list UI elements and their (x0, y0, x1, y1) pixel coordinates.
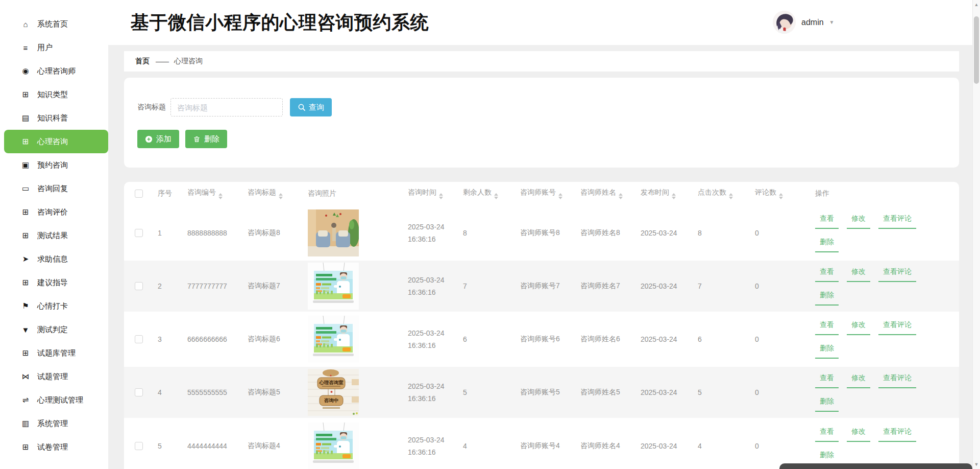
view-comments-link[interactable]: 查看评论 (878, 214, 916, 229)
add-button[interactable]: 添加 (137, 130, 179, 148)
view-comments-link[interactable]: 查看评论 (878, 267, 916, 282)
cell-actions: 查看修改查看评论删除 (810, 313, 959, 366)
column-header: 序号 (153, 182, 182, 206)
sidebar-item-knowledge-science[interactable]: ▤知识科普 (0, 106, 108, 130)
sort-caret[interactable] (558, 193, 562, 199)
sidebar-item-system-home[interactable]: ⌂系统首页 (0, 12, 108, 36)
vertical-scrollbar[interactable]: ▲ ▼ (972, 0, 980, 469)
edit-link[interactable]: 修改 (847, 373, 870, 388)
send-icon: ➤ (20, 254, 31, 264)
sidebar-item-question-mgmt[interactable]: ⋈试题管理 (0, 365, 108, 388)
sort-caret[interactable] (672, 193, 676, 199)
vertical-scrollbar-thumb[interactable] (974, 16, 979, 84)
row-checkbox[interactable] (135, 229, 143, 237)
cell-publish-date: 2025-03-24 (635, 313, 693, 366)
cell-index: 4 (153, 366, 182, 419)
toolbox-icon: ▥ (20, 419, 31, 428)
sidebar-item-exam-paper-mgmt[interactable]: ⊞试卷管理 (0, 435, 108, 459)
column-header-label: 序号 (158, 189, 172, 197)
consult-clock: 16:36:16 (408, 392, 458, 405)
row-checkbox-cell (124, 260, 153, 313)
cell-remaining: 4 (458, 419, 515, 469)
delete-link[interactable]: 删除 (815, 238, 839, 252)
view-link[interactable]: 查看 (815, 320, 839, 335)
delete-link[interactable]: 删除 (815, 291, 839, 306)
sidebar-item-appointment[interactable]: ▣预约咨询 (0, 153, 108, 177)
breadcrumb-home[interactable]: 首页 (135, 57, 150, 66)
sort-caret[interactable] (779, 193, 783, 199)
monitor-icon: ▭ (20, 184, 31, 193)
view-comments-link[interactable]: 查看评论 (878, 373, 916, 388)
view-link[interactable]: 查看 (815, 427, 839, 442)
ticket-icon: ⋈ (20, 372, 31, 381)
sort-caret[interactable] (279, 193, 283, 199)
cell-actions: 查看修改查看评论删除 (810, 366, 959, 419)
edit-link[interactable]: 修改 (847, 214, 870, 229)
consult-table: 序号咨询编号咨询标题咨询照片咨询时间剩余人数咨询师账号咨询师姓名发布时间点击次数… (124, 182, 959, 469)
svg-text:心理咨询室: 心理咨询室 (318, 380, 344, 385)
edit-link[interactable]: 修改 (847, 320, 870, 335)
sort-caret[interactable] (439, 193, 443, 199)
view-comments-link[interactable]: 查看评论 (878, 320, 916, 335)
sidebar-item-question-bank[interactable]: ⊞试题库管理 (0, 341, 108, 365)
view-link[interactable]: 查看 (815, 267, 839, 282)
cell-index: 1 (153, 206, 182, 260)
select-all-checkbox[interactable] (135, 190, 143, 198)
delete-link[interactable]: 删除 (815, 397, 839, 412)
delete-link[interactable]: 删除 (815, 344, 839, 359)
chevron-down-icon: ▼ (829, 19, 835, 25)
top-header: 基于微信小程序的心理咨询预约系统 (108, 0, 973, 45)
view-comments-link[interactable]: 查看评论 (878, 427, 916, 442)
sidebar-item-psych-test-mgmt[interactable]: ⇌心理测试管理 (0, 388, 108, 412)
column-header-label: 咨询时间 (408, 188, 436, 196)
search-input[interactable] (170, 98, 283, 116)
consult-clock: 16:36:16 (408, 446, 458, 458)
sort-caret[interactable] (619, 193, 623, 199)
sidebar-item-label: 知识类型 (37, 90, 68, 100)
sliders-icon: ⇌ (20, 395, 31, 405)
edit-link[interactable]: 修改 (847, 267, 870, 282)
scroll-up-icon[interactable]: ▲ (973, 2, 980, 7)
row-checkbox[interactable] (135, 335, 143, 343)
row-checkbox[interactable] (135, 442, 143, 450)
consult-photo (308, 209, 403, 256)
user-avatar[interactable] (773, 11, 796, 34)
sidebar-item-users[interactable]: ≡用户 (0, 36, 108, 59)
cell-index: 2 (153, 260, 182, 313)
sidebar-item-consult-reply[interactable]: ▭咨询回复 (0, 177, 108, 200)
edit-link[interactable]: 修改 (847, 427, 870, 442)
cell-publish-date: 2025-03-24 (635, 419, 693, 469)
cell-title: 咨询标题7 (242, 260, 303, 313)
column-header: 剩余人数 (458, 182, 515, 206)
sidebar-item-test-results[interactable]: ⊞测试结果 (0, 224, 108, 247)
sidebar-item-counselors[interactable]: ◉心理咨询师 (0, 59, 108, 83)
cell-title: 咨询标题8 (242, 206, 303, 260)
grid-icon: ⊞ (20, 137, 31, 146)
sidebar-item-test-judgement[interactable]: ▼测试判定 (0, 318, 108, 341)
clipboard-icon: ▤ (20, 113, 31, 123)
row-checkbox[interactable] (135, 282, 143, 290)
cell-consult-id: 5555555555 (182, 366, 242, 419)
sidebar-item-mood-checkin[interactable]: ⚑心情打卡 (0, 294, 108, 318)
sort-caret[interactable] (494, 193, 498, 199)
sidebar-item-suggestions[interactable]: ⊞建议指导 (0, 271, 108, 294)
sidebar-item-psych-consult[interactable]: ⊞心理咨询 (4, 130, 108, 153)
query-button[interactable]: 查询 (290, 98, 332, 116)
view-link[interactable]: 查看 (815, 373, 839, 388)
row-checkbox[interactable] (135, 388, 143, 396)
sidebar-item-system-mgmt[interactable]: ▥系统管理 (0, 412, 108, 435)
horizontal-scrollbar-thumb[interactable] (779, 463, 972, 469)
scroll-down-icon[interactable]: ▼ (973, 462, 980, 467)
sidebar-item-consult-review[interactable]: ⊞咨询评价 (0, 200, 108, 224)
sort-caret[interactable] (729, 193, 733, 199)
sidebar-item-help-info[interactable]: ➤求助信息 (0, 247, 108, 271)
sidebar-item-knowledge-types[interactable]: ⊞知识类型 (0, 83, 108, 106)
breadcrumb: 首页 —— 心理咨询 (124, 51, 959, 72)
lightbulb-icon: ◉ (20, 66, 31, 76)
view-link[interactable]: 查看 (815, 214, 839, 229)
sort-caret[interactable] (218, 193, 223, 199)
search-icon (298, 103, 306, 111)
delete-button[interactable]: 删除 (185, 130, 227, 148)
sidebar-item-label: 系统首页 (37, 19, 68, 29)
user-menu[interactable]: admin ▼ (773, 11, 834, 34)
